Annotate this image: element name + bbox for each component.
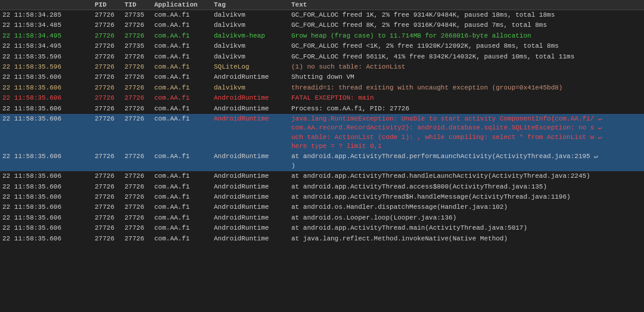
table-row[interactable]: 22 11:58:34.4952772627726com.AA.f1dalvik…: [0, 31, 644, 41]
cell-date: 22 11:58:34.485: [0, 20, 92, 30]
cell-app: com.AA.f1: [152, 41, 211, 51]
cell-pid: 27726: [92, 104, 122, 114]
cell-text: (1) no such table: ActionList: [289, 62, 644, 72]
col-header-tid: TID: [122, 0, 152, 10]
cell-date: 22 11:58:35.606: [0, 114, 92, 152]
table-row[interactable]: 22 11:58:35.6062772627726com.AA.f1Androi…: [0, 104, 644, 114]
col-header-pid: PID: [92, 0, 122, 10]
table-row[interactable]: 22 11:58:35.6062772627726com.AA.f1dalvik…: [0, 83, 644, 93]
cell-date: 22 11:58:35.606: [0, 72, 92, 82]
cell-date: 22 11:58:35.606: [0, 192, 92, 202]
cell-tag: AndroidRuntime: [211, 104, 289, 114]
cell-text: at android.app.ActivityThread.performLau…: [289, 152, 644, 171]
table-row[interactable]: 22 11:58:34.4952772627735com.AA.f1dalvik…: [0, 41, 644, 51]
cell-pid: 27726: [92, 52, 122, 62]
cell-tid: 27726: [122, 62, 152, 72]
cell-date: 22 11:58:35.606: [0, 213, 92, 223]
col-header-tag: Tag: [211, 0, 289, 10]
cell-app: com.AA.f1: [152, 223, 211, 233]
cell-app: com.AA.f1: [152, 114, 211, 152]
cell-tid: 27726: [122, 213, 152, 223]
cell-app: com.AA.f1: [152, 31, 211, 41]
cell-tag: dalvikvm: [211, 10, 289, 21]
cell-date: 22 11:58:35.596: [0, 62, 92, 72]
cell-app: com.AA.f1: [152, 93, 211, 103]
cell-date: 22 11:58:35.606: [0, 152, 92, 171]
cell-pid: 27726: [92, 182, 122, 192]
cell-tid: 27726: [122, 182, 152, 192]
cell-tag: AndroidRuntime: [211, 182, 289, 192]
cell-date: 22 11:58:35.606: [0, 171, 92, 181]
cell-pid: 27726: [92, 20, 122, 30]
col-header-application: Application: [152, 0, 211, 10]
cell-pid: 27726: [92, 223, 122, 233]
cell-tid: 27726: [122, 234, 152, 244]
cell-pid: 27726: [92, 83, 122, 93]
cell-tag: dalvikvm: [211, 41, 289, 51]
cell-tag: AndroidRuntime: [211, 234, 289, 244]
cell-tid: 27726: [122, 72, 152, 82]
col-header-text: Text: [289, 0, 644, 10]
cell-tag: dalvikvm-heap: [211, 31, 289, 41]
table-row[interactable]: 22 11:58:35.6062772627726com.AA.f1Androi…: [0, 171, 644, 181]
cell-text: java.lang.RuntimeException: Unable to st…: [289, 114, 644, 152]
cell-pid: 27726: [92, 152, 122, 171]
cell-tid: 27726: [122, 192, 152, 202]
table-row[interactable]: 22 11:58:34.2852772627735com.AA.f1dalvik…: [0, 10, 644, 21]
table-row[interactable]: 22 11:58:35.6062772627726com.AA.f1Androi…: [0, 223, 644, 233]
cell-text: Process: com.AA.f1, PID: 27726: [289, 104, 644, 114]
cell-date: 22 11:58:34.285: [0, 10, 92, 21]
cell-tag: dalvikvm: [211, 20, 289, 30]
cell-date: 22 11:58:34.495: [0, 41, 92, 51]
cell-date: 22 11:58:35.606: [0, 202, 92, 212]
table-row[interactable]: 22 11:58:35.5962772627726com.AA.f1dalvik…: [0, 52, 644, 62]
cell-date: 22 11:58:35.606: [0, 182, 92, 192]
cell-pid: 27726: [92, 202, 122, 212]
cell-pid: 27726: [92, 192, 122, 202]
cell-tid: 27726: [122, 223, 152, 233]
cell-date: 22 11:58:35.606: [0, 104, 92, 114]
table-row[interactable]: 22 11:58:35.6062772627726com.AA.f1Androi…: [0, 234, 644, 244]
cell-app: com.AA.f1: [152, 152, 211, 171]
table-row[interactable]: 22 11:58:35.6062772627726com.AA.f1Androi…: [0, 152, 644, 171]
log-container[interactable]: PID TID Application Tag Text 22 11:58:34…: [0, 0, 644, 312]
table-row[interactable]: 22 11:58:35.6062772627726com.AA.f1Androi…: [0, 192, 644, 202]
cell-pid: 27726: [92, 10, 122, 21]
cell-text: at java.lang.reflect.Method.invokeNative…: [289, 234, 644, 244]
cell-text: GC_FOR_ALLOC freed 5611K, 41% free 8342K…: [289, 52, 644, 62]
cell-tid: 27726: [122, 52, 152, 62]
cell-text: threadid=1: thread exiting with uncaught…: [289, 83, 644, 93]
cell-tag: SQLiteLog: [211, 62, 289, 72]
table-row[interactable]: 22 11:58:34.4852772627726com.AA.f1dalvik…: [0, 20, 644, 30]
cell-app: com.AA.f1: [152, 234, 211, 244]
table-row[interactable]: 22 11:58:35.6062772627726com.AA.f1Androi…: [0, 72, 644, 82]
table-row[interactable]: 22 11:58:35.6062772627726com.AA.f1Androi…: [0, 213, 644, 223]
cell-text: at android.app.ActivityThread$H.handleMe…: [289, 192, 644, 202]
table-row[interactable]: 22 11:58:35.6062772627726com.AA.f1Androi…: [0, 93, 644, 103]
cell-text: GC_FOR_ALLOC freed 1K, 2% free 9314K/948…: [289, 10, 644, 21]
cell-tag: AndroidRuntime: [211, 93, 289, 103]
cell-tid: 27726: [122, 31, 152, 41]
cell-tag: AndroidRuntime: [211, 223, 289, 233]
table-row[interactable]: 22 11:58:35.6062772627726com.AA.f1Androi…: [0, 202, 644, 212]
cell-text: GC_FOR_ALLOC freed 8K, 2% free 9316K/948…: [289, 20, 644, 30]
cell-text: at android.app.ActivityThread.handleLaun…: [289, 171, 644, 181]
cell-tid: 27726: [122, 20, 152, 30]
cell-tid: 27726: [122, 93, 152, 103]
table-row[interactable]: 22 11:58:35.5962772627726com.AA.f1SQLite…: [0, 62, 644, 72]
cell-date: 22 11:58:34.495: [0, 31, 92, 41]
cell-date: 22 11:58:35.606: [0, 223, 92, 233]
cell-text: Grow heap (frag case) to 11.714MB for 26…: [289, 31, 644, 41]
cell-date: 22 11:58:35.606: [0, 83, 92, 93]
table-row[interactable]: 22 11:58:35.6062772627726com.AA.f1Androi…: [0, 182, 644, 192]
table-row[interactable]: 22 11:58:35.6062772627726com.AA.f1Androi…: [0, 114, 644, 152]
cell-pid: 27726: [92, 171, 122, 181]
cell-app: com.AA.f1: [152, 104, 211, 114]
cell-text: at android.app.ActivityThread.main(Activ…: [289, 223, 644, 233]
cell-tag: AndroidRuntime: [211, 192, 289, 202]
cell-app: com.AA.f1: [152, 72, 211, 82]
cell-date: 22 11:58:35.606: [0, 93, 92, 103]
cell-tid: 27726: [122, 171, 152, 181]
cell-tag: dalvikvm: [211, 83, 289, 93]
cell-tid: 27735: [122, 10, 152, 21]
